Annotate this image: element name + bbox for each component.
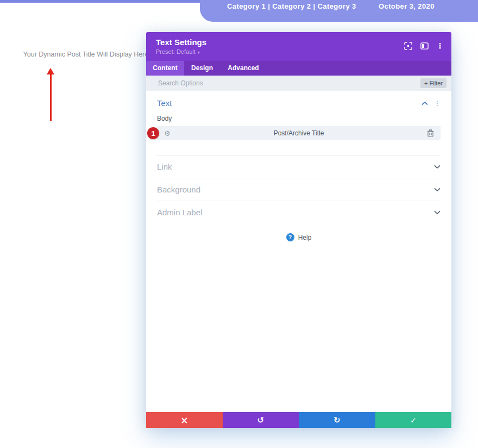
close-icon: ×: [180, 415, 188, 426]
undo-button[interactable]: ↺: [223, 412, 299, 428]
modal-header: Text Settings Preset: Default▾ ⋮: [146, 32, 451, 61]
dynamic-content-value: Post/Archive Title: [157, 129, 441, 137]
page: Category 1 | Category 2 | Category 3 Oct…: [0, 0, 478, 448]
section-background[interactable]: Background: [157, 178, 441, 201]
body-field-label: Body: [157, 115, 441, 122]
text-section-header[interactable]: Text ⋮: [157, 91, 441, 108]
filter-button[interactable]: + Filter: [420, 78, 446, 88]
text-section-icons: ⋮: [422, 99, 441, 107]
section-link[interactable]: Link: [157, 155, 441, 178]
help-link[interactable]: ? Help: [157, 233, 441, 241]
section-admin-label[interactable]: Admin Label: [157, 201, 441, 223]
search-options-bar: + Filter: [146, 76, 451, 91]
settings-content: Text ⋮ Body 1 ⚙ Post/Archive Title: [146, 91, 451, 241]
link-section-label: Link: [157, 162, 172, 171]
trash-icon[interactable]: [427, 129, 434, 139]
admin-label-section-label: Admin Label: [157, 208, 202, 217]
panel-layout-icon[interactable]: [420, 41, 429, 50]
modal-footer: × ↺ ↻ ✓: [146, 412, 451, 428]
spacer: [157, 140, 441, 155]
text-section-title: Text: [157, 98, 172, 108]
redo-button[interactable]: ↻: [299, 412, 375, 428]
post-categories: Category 1 | Category 2 | Category 3: [227, 0, 356, 13]
check-icon: ✓: [410, 416, 417, 425]
chevron-down-icon: [434, 210, 441, 215]
dynamic-content-row[interactable]: 1 ⚙ Post/Archive Title: [157, 126, 441, 140]
text-settings-modal: Text Settings Preset: Default▾ ⋮: [146, 32, 451, 428]
dynamic-post-title-preview: Your Dynamic Post Title Will Display Her…: [22, 51, 150, 58]
tab-design[interactable]: Design: [184, 61, 220, 76]
more-options-icon[interactable]: ⋮: [436, 41, 444, 50]
chevron-down-icon: [434, 188, 441, 192]
text-section-menu-icon[interactable]: ⋮: [434, 99, 441, 107]
background-section-label: Background: [157, 185, 200, 194]
save-button[interactable]: ✓: [375, 412, 452, 428]
caret-down-icon: ▾: [198, 50, 200, 55]
post-meta-banner: Category 1 | Category 2 | Category 3 Oct…: [200, 0, 478, 22]
cancel-button[interactable]: ×: [146, 412, 223, 428]
chevron-up-icon[interactable]: [422, 101, 428, 105]
redo-icon: ↻: [334, 415, 341, 425]
modal-title: Text Settings: [156, 38, 443, 47]
undo-icon: ↺: [257, 415, 264, 425]
chevron-down-icon: [434, 165, 441, 169]
preset-selector[interactable]: Preset: Default▾: [156, 48, 443, 55]
search-options-input[interactable]: [158, 76, 375, 91]
tab-advanced[interactable]: Advanced: [220, 61, 267, 76]
focus-mode-icon[interactable]: [404, 41, 412, 50]
post-date: October 3, 2020: [379, 0, 435, 13]
modal-header-actions: ⋮: [404, 41, 444, 50]
help-icon: ?: [286, 233, 294, 241]
settings-tabbar: Content Design Advanced: [146, 61, 451, 76]
tab-content[interactable]: Content: [146, 61, 184, 76]
annotation-arrow-line: [50, 74, 52, 121]
preset-label: Preset: Default: [156, 48, 196, 55]
help-label: Help: [298, 234, 312, 241]
